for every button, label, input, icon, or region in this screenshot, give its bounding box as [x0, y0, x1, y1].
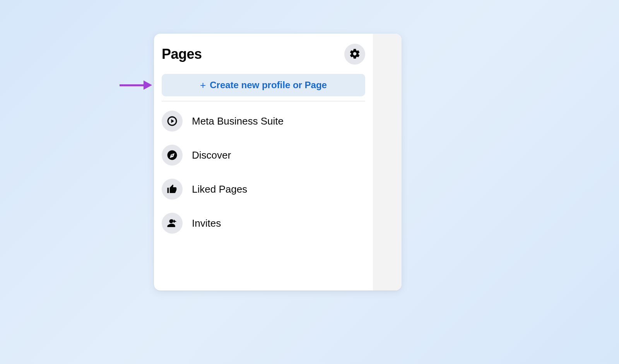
menu-label: Liked Pages — [192, 183, 247, 195]
scrollbar-track[interactable] — [373, 34, 402, 291]
arrow-line — [120, 84, 144, 86]
menu-label: Invites — [192, 217, 221, 229]
gear-icon — [349, 48, 361, 61]
menu-item-meta-business-suite[interactable]: Meta Business Suite — [162, 109, 365, 133]
menu-item-liked-pages[interactable]: Liked Pages — [162, 177, 365, 201]
thumbs-up-icon — [162, 179, 183, 200]
menu-item-discover[interactable]: Discover — [162, 143, 365, 167]
create-button-label: Create new profile or Page — [210, 80, 327, 91]
person-plus-icon — [162, 213, 183, 234]
menu-label: Discover — [192, 149, 231, 161]
menu-item-invites[interactable]: Invites — [162, 211, 365, 235]
create-profile-or-page-button[interactable]: + Create new profile or Page — [162, 74, 365, 96]
menu-label: Meta Business Suite — [192, 115, 284, 127]
svg-point-0 — [170, 219, 173, 222]
menu-list: Meta Business Suite Discover Liked Pages… — [162, 109, 365, 235]
meta-business-icon — [162, 111, 183, 132]
panel-header: Pages — [162, 44, 365, 65]
plus-icon: + — [200, 80, 206, 90]
pages-panel: Pages + Create new profile or Page Meta … — [154, 34, 402, 291]
settings-button[interactable] — [344, 44, 365, 65]
compass-icon — [162, 145, 183, 166]
arrow-head-icon — [144, 80, 152, 90]
divider — [162, 101, 365, 101]
panel-content: Pages + Create new profile or Page Meta … — [154, 34, 373, 291]
page-title: Pages — [162, 46, 202, 62]
annotation-arrow — [120, 80, 152, 90]
